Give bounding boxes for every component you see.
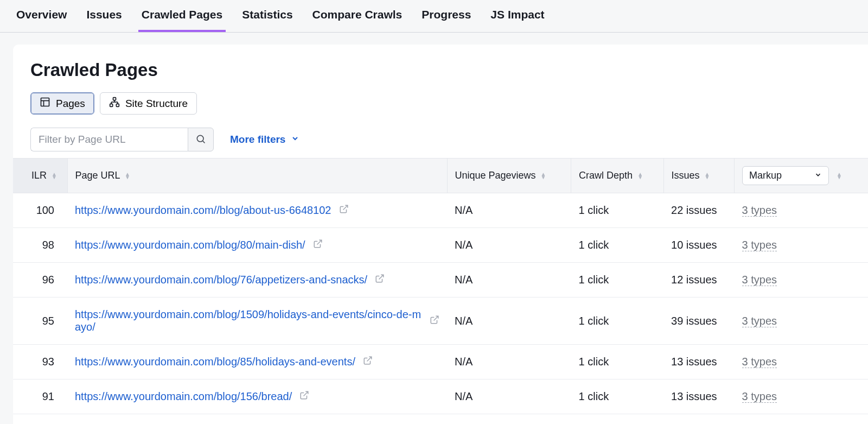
filter-search-button[interactable] — [188, 128, 214, 151]
cell-issues[interactable]: 13 issues — [663, 379, 735, 414]
view-toggle-pages-label: Pages — [56, 98, 85, 110]
sort-icon: ▲▼ — [705, 173, 710, 179]
page-url-link[interactable]: https://www.yourdomain.com//blog/about-u… — [75, 204, 331, 217]
cell-ilr: 100 — [13, 193, 67, 228]
page-url-link[interactable]: https://www.yourdomain.com/blog/76/appet… — [75, 274, 367, 286]
column-header-unique-pageviews-label: Unique Pageviews — [455, 170, 536, 181]
column-header-issues[interactable]: Issues ▲▼ — [663, 159, 735, 193]
cell-unique-pageviews: N/A — [447, 298, 571, 345]
column-header-ilr-label: ILR — [31, 170, 47, 181]
cell-issues[interactable]: 12 issues — [663, 263, 735, 298]
cell-issues[interactable]: 10 issues — [663, 228, 735, 263]
svg-line-13 — [317, 240, 321, 244]
markup-types-link[interactable]: 3 types — [742, 356, 777, 368]
cell-crawl-depth: 1 click — [571, 228, 664, 263]
cell-markup: 3 types — [735, 228, 868, 263]
cell-ilr: 93 — [13, 345, 67, 379]
column-header-issues-label: Issues — [672, 170, 700, 181]
table-row: 98https://www.yourdomain.com/blog/80/mai… — [13, 228, 868, 263]
cell-crawl-depth: 1 click — [571, 345, 664, 379]
cell-unique-pageviews: N/A — [447, 345, 571, 379]
cell-crawl-depth: 1 click — [571, 379, 664, 414]
nav-item-crawled-pages[interactable]: Crawled Pages — [138, 0, 226, 32]
cell-ilr: 96 — [13, 263, 67, 298]
view-toggle-site-structure[interactable]: Site Structure — [100, 92, 197, 115]
cell-crawl-depth: 1 click — [571, 193, 664, 228]
external-link-icon[interactable] — [339, 204, 349, 217]
view-toggle-pages[interactable]: Pages — [30, 92, 94, 115]
markup-types-link[interactable]: 3 types — [742, 390, 777, 403]
page-url-link[interactable]: https://www.yourdomain.com/blog/156/brea… — [75, 390, 292, 403]
svg-rect-5 — [116, 104, 119, 106]
cell-ilr: 95 — [13, 298, 67, 345]
external-link-icon[interactable] — [430, 315, 439, 327]
top-nav: Overview Issues Crawled Pages Statistics… — [0, 0, 868, 33]
markup-types-link[interactable]: 3 types — [742, 274, 777, 286]
svg-rect-3 — [113, 98, 116, 100]
cell-unique-pageviews: N/A — [447, 263, 571, 298]
external-link-icon[interactable] — [299, 390, 309, 403]
page-url-link[interactable]: https://www.yourdomain.com/blog/85/holid… — [75, 356, 355, 368]
page-url-link[interactable]: https://www.yourdomain.com/blog/80/main-… — [75, 239, 305, 251]
sort-icon: ▲▼ — [125, 173, 130, 179]
svg-line-17 — [304, 391, 308, 396]
column-header-crawl-depth[interactable]: Crawl Depth ▲▼ — [571, 159, 664, 193]
nav-item-issues[interactable]: Issues — [83, 0, 125, 32]
more-filters-button[interactable]: More filters — [230, 134, 299, 145]
table-row: 96https://www.yourdomain.com/blog/76/app… — [13, 263, 868, 298]
column-header-markup[interactable]: Markup ▲▼ — [735, 159, 868, 193]
cell-ilr: 91 — [13, 379, 67, 414]
nav-item-progress[interactable]: Progress — [418, 0, 474, 32]
pages-icon — [40, 97, 50, 110]
nav-item-compare-crawls[interactable]: Compare Crawls — [309, 0, 406, 32]
search-icon — [195, 134, 206, 146]
sort-icon: ▲▼ — [637, 173, 643, 179]
markup-select[interactable]: Markup — [742, 166, 829, 185]
cell-unique-pageviews: N/A — [447, 193, 571, 228]
site-structure-icon — [109, 97, 120, 110]
column-header-page-url-label: Page URL — [75, 170, 120, 181]
cell-page-url: https://www.yourdomain.com//blog/about-u… — [67, 193, 447, 228]
table-row: 93https://www.yourdomain.com/blog/85/hol… — [13, 345, 868, 379]
markup-types-link[interactable]: 3 types — [742, 315, 777, 327]
filter-url-input[interactable] — [30, 128, 188, 151]
cell-crawl-depth: 1 click — [571, 263, 664, 298]
nav-item-js-impact[interactable]: JS Impact — [487, 0, 547, 32]
cell-unique-pageviews: N/A — [447, 379, 571, 414]
svg-rect-0 — [41, 98, 49, 106]
column-header-unique-pageviews[interactable]: Unique Pageviews ▲▼ — [447, 159, 571, 193]
filter-input-group — [30, 128, 214, 151]
markup-types-link[interactable]: 3 types — [742, 239, 777, 251]
svg-line-15 — [434, 316, 438, 320]
crawled-pages-card: Crawled Pages Pages Site Structure — [13, 45, 868, 424]
markup-types-link[interactable]: 3 types — [742, 204, 777, 217]
cell-issues[interactable]: 22 issues — [663, 193, 735, 228]
cell-page-url: https://www.yourdomain.com/blog/76/appet… — [67, 263, 447, 298]
cell-issues[interactable]: 39 issues — [663, 298, 735, 345]
chevron-down-icon — [291, 134, 299, 145]
table-row: 91https://www.yourdomain.com/blog/156/br… — [13, 379, 868, 414]
page-url-link[interactable]: https://www.yourdomain.com/blog/1509/hol… — [75, 308, 422, 333]
external-link-icon[interactable] — [363, 356, 373, 368]
cell-issues[interactable]: 13 issues — [663, 345, 735, 379]
svg-line-12 — [343, 205, 347, 210]
nav-item-overview[interactable]: Overview — [13, 0, 70, 32]
sort-icon: ▲▼ — [541, 173, 546, 179]
table-row: 100https://www.yourdomain.com//blog/abou… — [13, 193, 868, 228]
cell-page-url: https://www.yourdomain.com/blog/85/holid… — [67, 345, 447, 379]
cell-markup: 3 types — [735, 263, 868, 298]
cell-page-url: https://www.yourdomain.com/blog/80/main-… — [67, 228, 447, 263]
column-header-page-url[interactable]: Page URL ▲▼ — [67, 159, 447, 193]
cell-crawl-depth: 1 click — [571, 298, 664, 345]
table-row: 95https://www.yourdomain.com/blog/1509/h… — [13, 298, 868, 345]
column-header-ilr[interactable]: ILR ▲▼ — [13, 159, 67, 193]
external-link-icon[interactable] — [313, 239, 323, 251]
sort-icon: ▲▼ — [52, 173, 57, 179]
external-link-icon[interactable] — [375, 274, 385, 286]
nav-item-statistics[interactable]: Statistics — [239, 0, 296, 32]
cell-markup: 3 types — [735, 345, 868, 379]
view-toggle-site-structure-label: Site Structure — [125, 98, 188, 110]
cell-markup: 3 types — [735, 379, 868, 414]
cell-markup: 3 types — [735, 298, 868, 345]
svg-rect-4 — [110, 104, 113, 106]
